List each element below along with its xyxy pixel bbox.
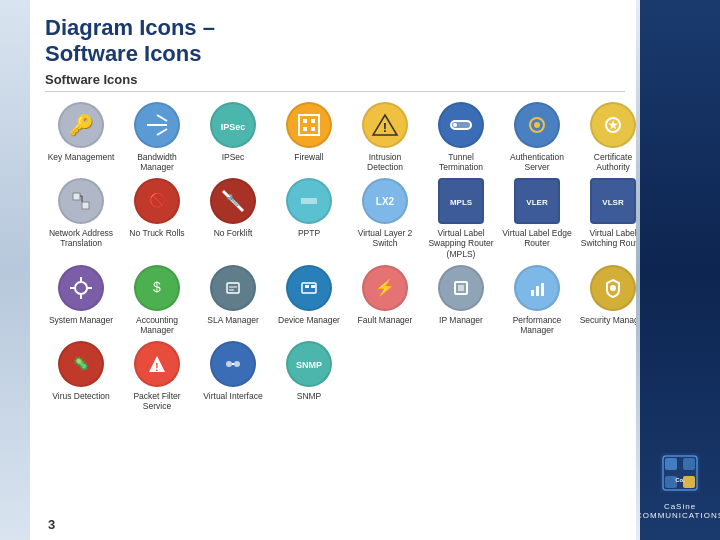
page-title: Diagram Icons – Software Icons [45,15,625,68]
icon-authentication-server: Authentication Server [501,102,573,172]
icon-firewall: Firewall [273,102,345,162]
icons-row-4: 🦠 Virus Detection ! Packet Filter Servic… [45,341,625,411]
icon-label: PPTP [298,228,320,238]
icon-tunnel-termination: Tunnel Termination [425,102,497,172]
icon-vler: VLER Virtual Label Edge Router [501,178,573,248]
icon-circle: 🦠 [58,341,104,387]
icon-circle: SNMP [286,341,332,387]
svg-rect-66 [541,283,544,296]
icon-label: Packet Filter Service [122,391,192,411]
icon-accounting-manager: $ Accounting Manager [121,265,193,335]
icon-label: SLA Manager [207,315,259,325]
icon-ipsec: IPSec IPSec [197,102,269,162]
svg-text:VLER: VLER [526,198,548,207]
icon-label: System Manager [49,315,113,325]
svg-point-50 [222,277,244,299]
icon-circle: VLSR [590,178,636,224]
icon-system-manager: System Manager [45,265,117,325]
svg-text:🚫: 🚫 [149,192,167,209]
svg-rect-9 [303,127,307,131]
icon-fault-manager: ⚡ Fault Manager [349,265,421,325]
section-label: Software Icons [45,72,625,92]
cosine-logo: Co. [655,448,705,498]
svg-rect-10 [311,127,315,131]
icon-label: Virtual Interface [203,391,262,401]
icon-label: Key Management [48,152,115,162]
icon-label: SNMP [297,391,322,401]
icon-label: Bandwidth Manager [122,152,192,172]
svg-rect-57 [311,285,315,288]
icons-row-2: Network Address Translation 🚫 No Truck R… [45,178,625,259]
icon-label: Fault Manager [358,315,413,325]
svg-rect-64 [531,290,534,296]
svg-rect-23 [73,193,80,200]
icon-circle [286,178,332,224]
svg-text:VLSR: VLSR [602,198,624,207]
icon-circle [590,265,636,311]
page-container: Diagram Icons – Software Icons Software … [0,0,720,540]
icon-ip-manager: IP Manager [425,265,497,325]
icon-circle [286,265,332,311]
logo-text: CaSineCOMMUNICATIONS [636,502,720,520]
icon-circle: MPLS [438,178,484,224]
icon-no-forklift: 🔧 No Forklift [197,178,269,238]
icon-label: Virus Detection [52,391,109,401]
icon-circle [514,102,560,148]
icon-bandwidth-manager: Bandwidth Manager [121,102,193,172]
svg-rect-33 [301,198,317,204]
icon-circle: 🔑 [58,102,104,148]
svg-rect-56 [305,285,309,288]
svg-point-68 [610,285,616,291]
svg-text:!: ! [383,120,387,135]
right-sidebar: Co. CaSineCOMMUNICATIONS [640,0,720,540]
icon-circle [438,265,484,311]
svg-rect-7 [303,119,307,123]
stripe-divider [636,0,640,540]
icon-label: No Truck Rolls [129,228,184,238]
icon-circle [210,265,256,311]
icon-intrusion-detection: ! Intrusion Detection [349,102,421,172]
icon-no-truck-rolls: 🚫 No Truck Rolls [121,178,193,238]
icon-circle [286,102,332,148]
svg-rect-24 [82,202,89,209]
icons-grid: 🔑 Key Management Bandwidth Manager IPSec… [45,102,625,412]
icon-vl2-switch: LX2 Virtual Layer 2 Switch [349,178,421,248]
icon-label: Device Manager [278,315,340,325]
icon-virus-detection: 🦠 Virus Detection [45,341,117,401]
svg-point-76 [234,361,240,367]
svg-rect-83 [683,458,695,470]
svg-text:$: $ [153,279,161,295]
svg-text:★: ★ [608,119,619,131]
icon-sla-manager: SLA Manager [197,265,269,325]
icon-circle: $ [134,265,180,311]
svg-rect-65 [536,286,539,296]
icon-circle: LX2 [362,178,408,224]
icon-nat: Network Address Translation [45,178,117,248]
icon-circle [438,102,484,148]
icon-circle: ⚡ [362,265,408,311]
icon-mpls: MPLS Virtual Label Swapping Router (MPLS… [425,178,497,259]
icon-label: Tunnel Termination [426,152,496,172]
icon-circle: ! [362,102,408,148]
logo-area: Co. CaSineCOMMUNICATIONS [636,448,720,520]
icon-snmp: SNMP SNMP [273,341,345,401]
svg-rect-62 [458,285,464,291]
icon-label: Virtual Layer 2 Switch [350,228,420,248]
icon-key-management: 🔑 Key Management [45,102,117,162]
icon-virtual-interface: Virtual Interface [197,341,269,401]
icons-row-1: 🔑 Key Management Bandwidth Manager IPSec… [45,102,625,172]
svg-text:SNMP: SNMP [296,360,322,370]
main-content: Diagram Icons – Software Icons Software … [30,0,640,540]
icon-label: Accounting Manager [122,315,192,335]
page-number: 3 [48,517,55,532]
icon-circle: ★ [590,102,636,148]
icon-label: Firewall [294,152,323,162]
svg-text:🔧: 🔧 [226,193,240,207]
icon-circle [514,265,560,311]
icon-circle [58,178,104,224]
svg-text:IPSec: IPSec [221,122,246,132]
svg-text:⚡: ⚡ [375,278,395,297]
icon-circle: 🔧 [210,178,256,224]
icon-circle [134,102,180,148]
icon-circle: IPSec [210,102,256,148]
